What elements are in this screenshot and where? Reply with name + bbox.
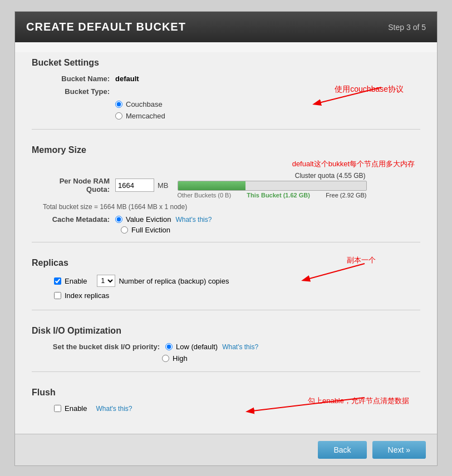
total-size-text: Total bucket size = 1664 MB (1664 MB x 1…	[43, 203, 187, 211]
per-node-row: Per Node RAM Quota: MB Cluster quota (4.…	[32, 172, 420, 199]
disk-io-high[interactable]: High	[32, 354, 420, 363]
replicas-title: Replicas	[32, 252, 420, 268]
disk-priority-label: Set the bucket disk I/O priority:	[43, 343, 165, 351]
cache-whats-this[interactable]: What's this?	[175, 216, 212, 224]
full-eviction-label: Full Eviction	[131, 226, 170, 234]
dialog-body: Bucket Settings Bucket Name: default Buc…	[15, 52, 437, 434]
per-node-label: Per Node RAM Quota:	[43, 177, 115, 194]
create-bucket-dialog: CREATE DEFAULT BUCKET Step 3 of 5 Bucket…	[14, 11, 438, 466]
index-replica-label: Index replicas	[65, 291, 109, 300]
cache-value-eviction[interactable]: Cache Metadata: Value Eviction What's th…	[43, 215, 420, 224]
bucket-type-label: Bucket Type:	[43, 87, 115, 96]
quota-bar-labels: Other Buckets (0 B) This Bucket (1.62 GB…	[178, 192, 367, 199]
disk-io-title: Disk I/O Optimization	[32, 320, 420, 336]
cache-label: Cache Metadata:	[43, 215, 115, 224]
disk-io-whats-this[interactable]: What's this?	[222, 343, 258, 351]
bar-other-label: Other Buckets (0 B)	[178, 192, 232, 199]
bucket-settings-title: Bucket Settings	[32, 52, 420, 68]
index-replica-checkbox[interactable]	[54, 292, 61, 299]
bucket-type-couchbase[interactable]: Couchbase	[32, 100, 420, 108]
dialog-footer: Back Next »	[15, 434, 437, 465]
replica-enable-row[interactable]: Enable 1 2 3 Number of replica (backup) …	[32, 275, 420, 287]
index-replica-row[interactable]: Index replicas	[32, 291, 420, 300]
total-size-row: Total bucket size = 1664 MB (1664 MB x 1…	[32, 203, 420, 211]
memcached-radio[interactable]	[115, 112, 122, 120]
replica-count-select[interactable]: 1 2 3	[97, 275, 115, 287]
couchbase-radio[interactable]	[115, 101, 122, 108]
bucket-type-memcached[interactable]: Memcached	[32, 112, 420, 120]
bucket-name-label: Bucket Name:	[43, 75, 115, 83]
quota-bar-free	[245, 181, 366, 190]
bucket-name-row: Bucket Name: default	[32, 75, 420, 83]
quota-bar	[178, 181, 367, 191]
disk-io-low[interactable]: Set the bucket disk I/O priority: Low (d…	[32, 343, 420, 351]
flush-whats-this[interactable]: What's this?	[96, 405, 132, 413]
full-eviction-radio[interactable]	[121, 226, 128, 234]
per-node-unit: MB	[158, 181, 169, 190]
replicas-section: Replicas 副本一个 Enable 1 2 3 Nu	[32, 252, 420, 310]
flush-title: Flush	[32, 382, 420, 398]
per-node-input[interactable]	[115, 178, 154, 192]
flush-enable-row[interactable]: Enable What's this?	[32, 404, 420, 413]
cache-metadata-row: Cache Metadata: Value Eviction What's th…	[32, 215, 420, 236]
replica-desc: Number of replica (backup) copies	[119, 277, 229, 285]
dialog-step: Step 3 of 5	[388, 23, 426, 32]
bar-free-label: Free (2.92 GB)	[326, 192, 366, 199]
memory-size-section: Memory Size defualt这个bukket每个节点用多大内存 Per…	[32, 140, 420, 242]
value-eviction-radio[interactable]	[115, 216, 122, 223]
memory-size-title: Memory Size	[32, 140, 420, 155]
replica-enable-checkbox[interactable]	[54, 277, 61, 285]
disk-io-high-radio[interactable]	[162, 355, 169, 362]
next-button[interactable]: Next »	[372, 441, 426, 459]
annotation-memory: defualt这个bukket每个节点用多大内存	[292, 159, 415, 169]
bar-this-label: This Bucket (1.62 GB)	[247, 192, 310, 199]
dialog-header: CREATE DEFAULT BUCKET Step 3 of 5	[15, 12, 437, 42]
cache-full-eviction[interactable]: Full Eviction	[43, 226, 420, 234]
bucket-type-row: Bucket Type:	[32, 87, 420, 96]
disk-io-low-label: Low (default)	[176, 343, 218, 351]
disk-io-high-label: High	[173, 354, 188, 363]
flush-enable-checkbox[interactable]	[54, 405, 61, 412]
value-eviction-label: Value Eviction	[126, 215, 171, 224]
dialog-title: CREATE DEFAULT BUCKET	[26, 21, 186, 33]
back-button[interactable]: Back	[318, 441, 366, 459]
quota-bar-this	[178, 181, 246, 190]
quota-bar-container: Cluster quota (4.55 GB) Other Buckets (0…	[178, 172, 367, 199]
flush-enable-label: Enable	[65, 404, 87, 413]
bucket-name-value: default	[115, 75, 139, 83]
disk-io-low-radio[interactable]	[165, 343, 173, 350]
replica-enable-label: Enable	[65, 277, 87, 285]
bucket-settings-section: Bucket Settings Bucket Name: default Buc…	[32, 52, 420, 130]
memcached-label: Memcached	[126, 112, 165, 120]
couchbase-label: Couchbase	[126, 100, 163, 108]
flush-section: Flush 勾上enable，允许节点清楚数据 Enable What's th…	[32, 382, 420, 423]
cluster-quota-label: Cluster quota (4.55 GB)	[178, 172, 367, 180]
disk-io-section: Disk I/O Optimization Set the bucket dis…	[32, 320, 420, 372]
